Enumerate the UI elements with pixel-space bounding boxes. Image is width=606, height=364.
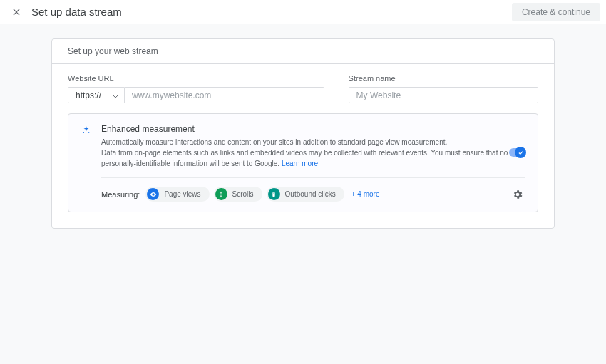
stream-name-input[interactable] (349, 87, 538, 103)
protocol-select[interactable]: https:// (68, 87, 125, 103)
svg-point-3 (83, 132, 84, 133)
chevron-down-icon (113, 90, 118, 100)
stream-name-label: Stream name (349, 74, 538, 83)
sparkle-icon (81, 125, 91, 135)
page-title: Set up data stream (31, 6, 122, 18)
stream-setup-card: Set up your web stream Website URL https… (51, 38, 555, 229)
enhanced-title: Enhanced measurement (101, 124, 525, 134)
enhanced-toggle[interactable] (509, 148, 525, 157)
learn-more-link[interactable]: Learn more (282, 160, 318, 167)
card-section-title: Set up your web stream (52, 39, 554, 64)
chip-scrolls: Scrolls (214, 187, 262, 202)
enhanced-desc-1: Automatically measure interactions and c… (101, 137, 525, 147)
chip-label: Scrolls (232, 190, 254, 198)
check-icon (515, 147, 526, 158)
svg-point-2 (88, 132, 90, 133)
enhanced-desc-2: Data from on-page elements such as links… (101, 147, 525, 169)
measuring-label: Measuring: (101, 190, 140, 199)
create-continue-button[interactable]: Create & continue (512, 3, 600, 21)
gear-icon[interactable] (510, 187, 525, 202)
more-measurements-link[interactable]: + 4 more (351, 190, 380, 198)
protocol-value: https:// (76, 90, 101, 100)
modal-header: Set up data stream Create & continue (0, 0, 606, 24)
chip-outbound: Outbound clicks (267, 187, 344, 202)
divider (101, 177, 525, 178)
close-icon[interactable] (10, 6, 23, 19)
svg-point-4 (153, 194, 154, 195)
eye-icon (147, 188, 159, 200)
scroll-icon (215, 188, 227, 200)
website-url-label: Website URL (68, 74, 324, 83)
mouse-icon (268, 188, 280, 200)
chip-page-views: Page views (145, 187, 209, 202)
chip-label: Outbound clicks (285, 190, 336, 198)
chip-label: Page views (164, 190, 200, 198)
website-url-input[interactable] (125, 87, 324, 103)
enhanced-measurement-card: Enhanced measurement Automatically measu… (68, 113, 538, 212)
